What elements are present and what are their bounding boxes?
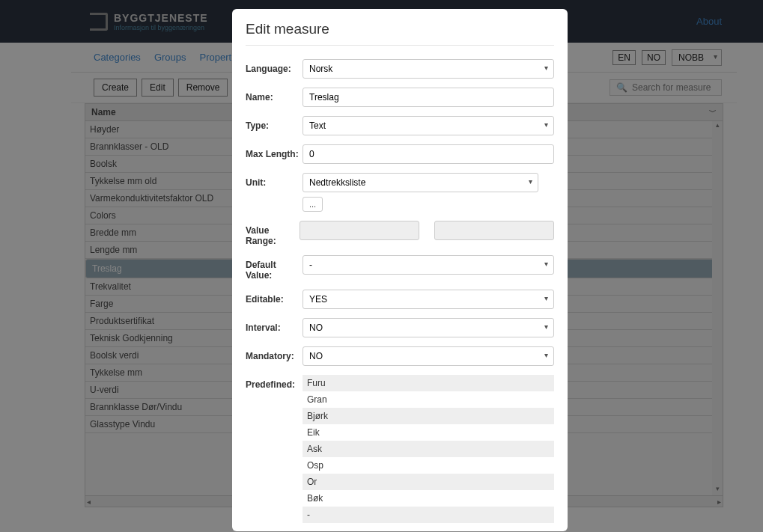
name-input[interactable] (303, 88, 554, 107)
default-select[interactable]: - (303, 255, 554, 275)
interval-select[interactable]: NO (303, 318, 554, 337)
predefined-item[interactable]: Gran (303, 391, 554, 408)
unit-select[interactable]: Nedtrekksliste (303, 173, 538, 192)
type-select[interactable]: Text (303, 116, 554, 135)
predefined-item[interactable]: Ask (303, 441, 554, 457)
language-label: Language: (246, 59, 303, 74)
dialog-title: Edit measure (246, 21, 554, 46)
predefined-list[interactable]: FuruGranBjørkEikAskOspOrBøk- (303, 375, 554, 523)
language-select[interactable]: Norsk (303, 59, 554, 79)
editable-label: Editable: (246, 290, 303, 305)
predefined-item[interactable]: Eik (303, 424, 554, 441)
edit-measure-dialog: Edit measure Language: Norsk Name: Type:… (232, 9, 568, 531)
range-max-input[interactable] (434, 221, 554, 240)
mandatory-label: Mandatory: (246, 346, 303, 361)
predefined-item[interactable]: Osp (303, 457, 554, 474)
unit-label: Unit: (246, 173, 303, 188)
editable-select[interactable]: YES (303, 290, 554, 309)
default-label: Default Value: (246, 255, 303, 281)
maxlen-label: Max Length: (246, 144, 303, 159)
range-min-input[interactable] (300, 221, 419, 240)
range-label: Value Range: (246, 221, 300, 246)
unit-more-button[interactable]: ... (303, 197, 323, 212)
predefined-item[interactable]: - (303, 507, 554, 523)
predefined-label: Predefined: (246, 375, 303, 390)
maxlen-input[interactable] (303, 144, 554, 164)
predefined-item[interactable]: Furu (303, 375, 554, 391)
predefined-item[interactable]: Bøk (303, 490, 554, 507)
mandatory-select[interactable]: NO (303, 346, 554, 366)
name-label: Name: (246, 88, 303, 103)
type-label: Type: (246, 116, 303, 131)
interval-label: Interval: (246, 318, 303, 333)
predefined-item[interactable]: Or (303, 474, 554, 490)
predefined-item[interactable]: Bjørk (303, 408, 554, 424)
